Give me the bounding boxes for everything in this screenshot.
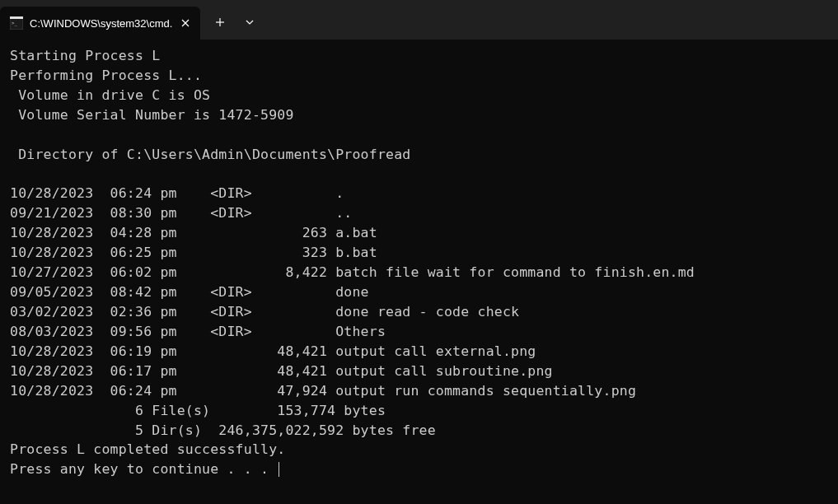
cursor: [279, 462, 279, 477]
new-tab-button[interactable]: [205, 7, 235, 37]
terminal-line: 10/28/2023 06:19 pm 48,421 output call e…: [10, 343, 536, 359]
terminal-line: 03/02/2023 02:36 pm <DIR> done read - co…: [10, 304, 519, 320]
terminal-line: 10/28/2023 04:28 pm 263 a.bat: [10, 225, 377, 240]
terminal-output[interactable]: Starting Process L Performing Process L.…: [0, 40, 838, 486]
terminal-line: 10/28/2023 06:24 pm <DIR> .: [10, 185, 344, 201]
svg-rect-1: [10, 16, 23, 19]
title-actions: [200, 0, 265, 40]
dropdown-button[interactable]: [235, 7, 265, 37]
terminal-line: Volume Serial Number is 1472-5909: [10, 107, 294, 123]
tab-close-button[interactable]: [179, 16, 192, 30]
terminal-line: 08/03/2023 09:56 pm <DIR> Others: [10, 324, 386, 339]
tab-title: C:\WINDOWS\system32\cmd.: [30, 17, 172, 30]
terminal-line: Directory of C:\Users\Admin\Documents\Pr…: [10, 147, 410, 162]
terminal-line: 10/28/2023 06:17 pm 48,421 output call s…: [10, 363, 553, 379]
terminal-line: 10/27/2023 06:02 pm 8,422 batch file wai…: [10, 264, 695, 280]
terminal-line: 10/28/2023 06:25 pm 323 b.bat: [10, 245, 377, 260]
terminal-line: 10/28/2023 06:24 pm 47,924 output run co…: [10, 383, 636, 399]
terminal-line: 5 Dir(s) 246,375,022,592 bytes free: [10, 422, 436, 438]
terminal-line: Performing Process L...: [10, 68, 202, 83]
cmd-icon: >_: [10, 16, 23, 30]
svg-text:>_: >_: [12, 20, 18, 26]
terminal-line: 6 File(s) 153,774 bytes: [10, 403, 386, 418]
terminal-line: Process L completed successfully.: [10, 441, 285, 457]
terminal-line: Press any key to continue . . .: [10, 461, 277, 477]
terminal-line: Volume in drive C is OS: [10, 87, 210, 103]
tab-active[interactable]: >_ C:\WINDOWS\system32\cmd.: [0, 7, 200, 40]
terminal-line: 09/05/2023 08:42 pm <DIR> done: [10, 284, 369, 300]
terminal-line: Starting Process L: [10, 48, 160, 63]
title-bar: >_ C:\WINDOWS\system32\cmd.: [0, 0, 838, 40]
terminal-line: 09/21/2023 08:30 pm <DIR> ..: [10, 205, 353, 221]
